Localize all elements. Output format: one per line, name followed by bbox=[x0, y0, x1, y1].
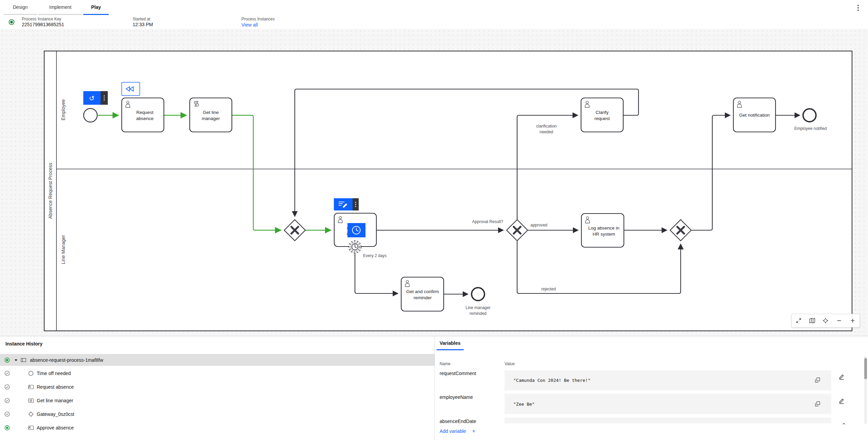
add-variable-button[interactable]: Add variable + bbox=[440, 428, 475, 434]
restart-icon[interactable]: ↺ bbox=[89, 95, 95, 102]
diagram-toolbar bbox=[792, 314, 860, 327]
task-get-confirm-reminder[interactable]: Get and confirm reminder bbox=[401, 277, 444, 311]
add-variable-plus-icon[interactable]: + bbox=[472, 428, 475, 434]
pool-absence-request-process[interactable]: Absence Request Process Employee Line Ma… bbox=[44, 51, 852, 331]
started-at-label: Started at bbox=[133, 17, 153, 21]
variable-name: requestComment bbox=[440, 371, 476, 376]
task-clarify-request-l1: Clarify bbox=[596, 110, 609, 115]
badge-kebab-icon[interactable] bbox=[355, 202, 356, 207]
instance-history-title: Instance History bbox=[0, 336, 435, 346]
instance-active-icon bbox=[4, 357, 10, 363]
rewind-token-badge[interactable] bbox=[122, 82, 140, 96]
task-get-line-manager-l2: manager bbox=[202, 116, 220, 121]
history-row[interactable]: Gateway_0sz0cst bbox=[0, 407, 435, 421]
task-request-absence-l2: absence bbox=[136, 116, 153, 121]
tab-play-label: Play bbox=[91, 4, 101, 10]
name-column-header: Name bbox=[440, 361, 450, 366]
process-instance-key-group: Process Instance Key 2251799813685251 bbox=[22, 17, 64, 27]
variable-value-field[interactable]: "Zee Be" bbox=[505, 394, 831, 414]
tab-implement-label: Implement bbox=[49, 4, 71, 10]
badge-kebab-icon[interactable] bbox=[104, 95, 105, 100]
task-request-absence[interactable]: Request absence bbox=[122, 98, 164, 132]
process-instance-key-label: Process Instance Key bbox=[22, 17, 64, 21]
completed-check-icon bbox=[4, 370, 10, 376]
task-clarify-request-l2: request bbox=[594, 116, 610, 121]
history-row[interactable]: Request absence bbox=[0, 380, 435, 394]
instance-active-icon bbox=[8, 19, 15, 27]
history-row[interactable]: Approve absence bbox=[0, 421, 435, 435]
task-log-absence[interactable]: Log absence in HR system bbox=[581, 214, 624, 247]
started-at-group: Started at 12:33 PM bbox=[133, 17, 153, 27]
active-radio-icon bbox=[4, 425, 10, 431]
history-row-label: Time off needed bbox=[37, 371, 71, 376]
label-approval-result: Approval Result? bbox=[472, 219, 504, 224]
task-clarify-request[interactable]: Clarify request bbox=[581, 98, 623, 132]
variable-name: employeeName bbox=[440, 394, 473, 400]
task-get-line-manager[interactable]: Get line manager bbox=[190, 98, 232, 132]
edit-variable-icon[interactable] bbox=[837, 372, 846, 381]
zoom-out-button[interactable] bbox=[833, 315, 845, 326]
variables-scrollbar[interactable] bbox=[864, 356, 867, 424]
bpmn-canvas[interactable]: Absence Request Process Employee Line Ma… bbox=[0, 29, 868, 336]
completed-check-icon bbox=[4, 397, 10, 404]
minimap-button[interactable] bbox=[806, 315, 818, 326]
label-every-2-days: Every 2 days bbox=[363, 253, 387, 258]
variable-value-field[interactable]: "Camunda Con 2024! Be there!" bbox=[505, 370, 831, 390]
completed-check-icon bbox=[4, 384, 10, 390]
start-event-time-off-needed[interactable] bbox=[84, 108, 97, 122]
process-instance-key-value: 2251799813685251 bbox=[22, 22, 64, 27]
lane-line-manager-label: Line Manager bbox=[61, 235, 66, 264]
chevron-up-icon[interactable] bbox=[839, 419, 848, 428]
value-column-header: Value bbox=[505, 361, 515, 366]
task-log-absence-l2: HR system bbox=[593, 232, 615, 237]
copy-icon[interactable] bbox=[813, 400, 822, 408]
user-task-icon bbox=[28, 384, 34, 390]
lane-employee-label: Employee bbox=[61, 99, 66, 120]
label-clarification-l2: needed bbox=[540, 130, 553, 134]
reset-view-button[interactable] bbox=[820, 315, 831, 326]
variable-value-field[interactable] bbox=[505, 418, 831, 423]
edit-variable-icon[interactable] bbox=[837, 396, 846, 405]
history-row-root[interactable]: absence-request-process-1maf8fw bbox=[0, 354, 435, 366]
gateway-icon bbox=[28, 411, 34, 417]
zoom-in-button[interactable] bbox=[847, 315, 858, 326]
add-variable-label[interactable]: Add variable bbox=[440, 428, 466, 434]
label-rejected: rejected bbox=[541, 287, 556, 291]
tab-play[interactable]: Play bbox=[83, 0, 109, 15]
history-root-label: absence-request-process-1maf8fw bbox=[30, 357, 103, 363]
label-clarification-l1: clarification bbox=[536, 124, 557, 129]
variables-scrollbar-thumb[interactable] bbox=[864, 358, 867, 379]
task-get-line-manager-l1: Get line bbox=[203, 110, 219, 115]
process-instances-label: Process Instances bbox=[241, 17, 275, 21]
history-row-label: Approve absence bbox=[37, 425, 74, 430]
play-mode-screen: Design Implement Play Process Instance K… bbox=[0, 0, 868, 440]
tab-implement[interactable]: Implement bbox=[38, 0, 83, 15]
task-log-absence-l1: Log absence in bbox=[588, 225, 619, 231]
pool-label: Absence Request Process bbox=[48, 163, 53, 219]
copy-icon[interactable] bbox=[813, 376, 822, 385]
end-lm-reminded-l2: reminded bbox=[470, 311, 487, 316]
tab-design[interactable]: Design bbox=[4, 0, 37, 15]
task-get-notification[interactable]: Get notification bbox=[733, 98, 776, 132]
fit-viewport-button[interactable] bbox=[793, 315, 804, 326]
history-row[interactable]: Get line manager bbox=[0, 394, 435, 407]
completed-check-icon bbox=[4, 411, 10, 417]
process-icon bbox=[20, 357, 27, 363]
start-event-action-badge[interactable]: ↺ bbox=[83, 91, 108, 105]
approve-absence-action-badge[interactable] bbox=[334, 198, 359, 210]
bottom-panels: Instance History absence-request-process… bbox=[0, 336, 868, 440]
overflow-menu-icon[interactable] bbox=[854, 3, 862, 13]
end-employee-notified-label: Employee notified bbox=[794, 126, 827, 131]
top-tab-bar: Design Implement Play bbox=[0, 0, 868, 15]
advance-time-badge[interactable] bbox=[347, 223, 365, 237]
caret-down-icon[interactable] bbox=[14, 358, 18, 362]
history-row-label: Get line manager bbox=[37, 398, 73, 403]
tab-variables[interactable]: Variables bbox=[437, 340, 464, 350]
history-row[interactable]: Time off needed bbox=[0, 367, 435, 380]
bpmn-diagram: Absence Request Process Employee Line Ma… bbox=[0, 29, 868, 336]
boundary-timer-event[interactable] bbox=[349, 241, 361, 253]
view-all-link[interactable]: View all bbox=[241, 22, 258, 28]
variable-name: absenceEndDate bbox=[440, 419, 476, 424]
end-lm-reminded-l1: Line manager bbox=[465, 305, 490, 310]
instance-history-panel: Instance History absence-request-process… bbox=[0, 336, 435, 440]
